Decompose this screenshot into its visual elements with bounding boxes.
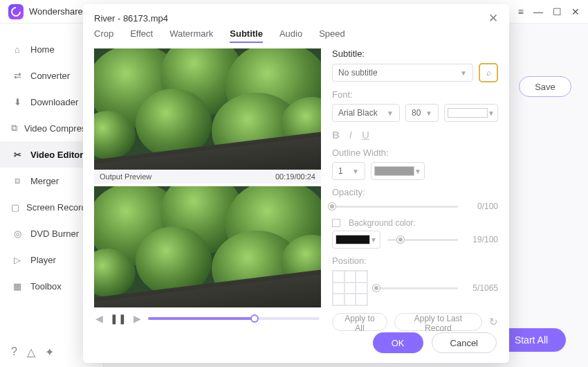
menu-icon[interactable]: ≡ [518,6,524,17]
player-icon: ▷ [11,253,24,266]
bg-opacity-value: 19/100 [465,235,498,244]
converter-icon: ⇄ [11,69,24,82]
maximize-icon[interactable]: ☐ [553,6,562,17]
cancel-button[interactable]: Cancel [432,332,497,353]
home-icon: ⌂ [11,43,24,55]
outline-width-select[interactable]: 1▼ [332,162,365,180]
dialog-close-icon[interactable]: ✕ [488,11,498,26]
pause-icon[interactable]: ❚❚ [110,313,127,324]
outline-width-value: 1 [338,166,343,176]
tab-audio[interactable]: Audio [279,28,302,43]
brand-logo [8,4,24,19]
video-editor-icon: ✂ [11,148,24,161]
font-select[interactable]: Arial Black▼ [332,104,400,122]
ok-button[interactable]: OK [373,332,423,353]
sidebar-item-label: Downloader [30,97,78,107]
help-icon[interactable]: ? [11,346,17,359]
bg-color-select[interactable]: ▼ [332,231,380,249]
video-compressor-icon: ⧉ [11,122,17,134]
bold-toggle[interactable]: B [332,129,340,141]
bg-opacity-slider[interactable] [387,239,458,241]
sidebar-item-label: Toolbox [30,281,62,292]
subtitle-options: Subtitle: No subtitle▼ ⌕ Font: Arial Bla… [332,48,498,325]
dialog-title: River - 86173.mp4 [94,13,168,24]
preview-column: Output Preview 00:19/00:24 ◀ ❚❚ ▶ [94,48,321,325]
opacity-slider[interactable] [332,206,458,208]
next-icon[interactable]: ▶ [134,313,141,324]
font-size-select[interactable]: 80▼ [405,104,439,122]
font-color-swatch [448,108,488,118]
player-controls: ◀ ❚❚ ▶ [94,307,321,325]
close-icon[interactable]: ✕ [571,6,580,17]
position-label: Position: [332,256,498,266]
opacity-value: 0/100 [465,202,498,211]
position-slider[interactable] [375,287,458,289]
seek-slider[interactable] [148,317,320,320]
promo-icon[interactable]: ✦ [45,346,54,359]
save-button[interactable]: Save [519,76,571,97]
screen-recorder-icon: ▢ [11,201,19,213]
search-subtitle-button[interactable]: ⌕ [479,63,498,82]
bg-color-swatch [336,235,370,244]
outline-color-swatch [374,166,414,176]
preview-original [94,48,321,170]
merger-icon: ⧈ [11,174,24,187]
subtitle-select[interactable]: No subtitle▼ [332,64,473,82]
font-select-value: Arial Black [338,108,378,118]
editor-dialog: River - 86173.mp4 ✕ CropEffectWatermarkS… [83,4,509,363]
tab-watermark[interactable]: Watermark [169,28,213,43]
notifications-icon[interactable]: △ [27,346,35,359]
sidebar-item-label: Player [30,255,56,265]
tab-subtitle[interactable]: Subtitle [230,28,263,43]
outline-color-select[interactable]: ▼ [371,162,425,180]
font-label: Font: [332,89,498,100]
search-icon: ⌕ [486,68,491,78]
prev-icon[interactable]: ◀ [95,313,103,324]
outline-label: Outline Width: [332,147,498,158]
font-color-select[interactable]: ▼ [444,104,498,122]
italic-toggle[interactable]: I [349,129,352,141]
tab-speed[interactable]: Speed [319,28,345,43]
preview-time: 00:19/00:24 [275,172,315,181]
position-grid[interactable] [332,270,368,306]
position-value: 5/1065 [465,283,498,293]
preview-output [94,186,321,307]
dvd-burner-icon: ◎ [11,227,24,240]
tab-effect[interactable]: Effect [130,28,153,43]
opacity-label: Opacity: [332,187,498,197]
underline-toggle[interactable]: U [362,129,369,141]
preview-label: Output Preview [100,172,151,181]
sidebar-item-label: DVD Burner [30,229,79,239]
font-size-value: 80 [412,108,421,118]
tab-crop[interactable]: Crop [94,28,113,43]
sidebar-item-label: Video Editor [30,150,83,160]
minimize-icon[interactable]: — [533,6,543,17]
sidebar-item-label: Home [30,44,55,55]
sidebar-item-label: Converter [30,71,70,81]
bg-color-checkbox[interactable] [332,219,340,227]
subtitle-heading: Subtitle: [332,48,498,59]
bg-color-label: Background color: [349,218,416,228]
downloader-icon: ⬇ [11,96,24,108]
subtitle-select-value: No subtitle [338,68,378,78]
toolbox-icon: ▦ [11,280,24,292]
sidebar-item-label: Merger [30,176,59,186]
